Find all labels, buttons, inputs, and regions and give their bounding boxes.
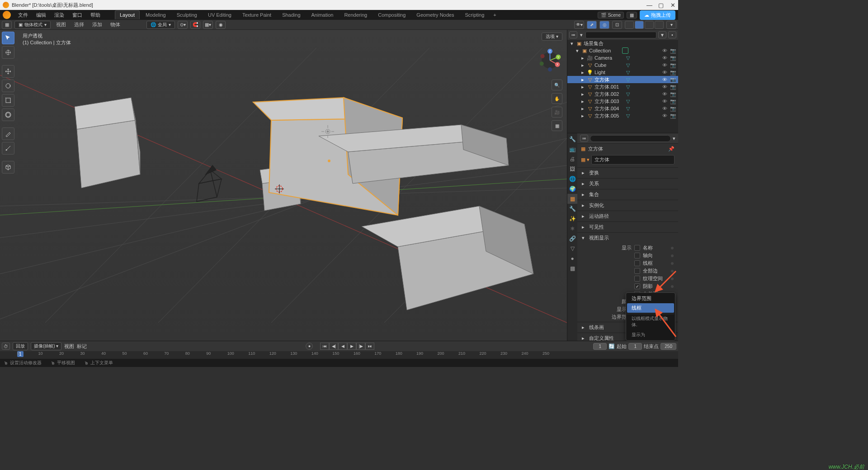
jump-prev-key[interactable]: ◀| (329, 343, 338, 350)
workspace-tab-sculpting[interactable]: Sculpting (172, 10, 202, 19)
upload-button[interactable]: ☁ 拖拽上传 (640, 10, 675, 20)
tool-measure[interactable] (2, 142, 14, 155)
overlay-toggle[interactable]: ◎ (599, 21, 609, 29)
vmenu-select[interactable]: 选择 (71, 21, 87, 28)
menu-help[interactable]: 帮助 (87, 10, 104, 20)
tool-move[interactable] (2, 65, 14, 78)
menu-render[interactable]: 渲染 (51, 10, 68, 20)
workspace-tab-shading[interactable]: Shading (277, 10, 305, 19)
ptab-world[interactable]: 🌍 (567, 184, 577, 194)
jump-next-key[interactable]: |▶ (356, 343, 365, 350)
render-icon[interactable]: 📷 (670, 62, 676, 68)
camera-icon[interactable]: 📷 (670, 48, 676, 54)
outliner-item[interactable]: ▸▽立方体.002▽👁📷 (567, 90, 678, 98)
ptab-tool[interactable]: 🔧 (567, 134, 577, 144)
eye-icon[interactable]: 👁 (662, 113, 669, 118)
gizmo-toggle[interactable]: ⬈ (587, 21, 597, 29)
eye-icon[interactable]: 👁 (662, 77, 669, 82)
shading-wireframe[interactable] (625, 21, 634, 29)
sec-collections[interactable]: ▸集合 (577, 189, 678, 200)
start-frame[interactable]: 1 (628, 343, 642, 350)
scene-dropdown[interactable]: 🎬 Scene (598, 12, 624, 19)
cb-alledges[interactable] (634, 268, 640, 274)
tool-select-box[interactable] (2, 32, 14, 44)
autokey-toggle[interactable]: ● (306, 343, 313, 350)
ptab-render[interactable]: 📺 (567, 144, 577, 154)
sec-relations[interactable]: ▸关系 (577, 179, 678, 189)
outliner-item[interactable]: ▸▽立方体▽👁📷 (567, 76, 678, 83)
sec-visibility[interactable]: ▸可见性 (577, 222, 678, 232)
sec-transform[interactable]: ▸变换 (577, 168, 678, 178)
current-frame[interactable]: 1 (593, 343, 607, 350)
eye-icon[interactable]: 👁 (662, 106, 669, 111)
outliner-collection[interactable]: Collection (589, 48, 619, 53)
sec-motion[interactable]: ▸运动路径 (577, 211, 678, 221)
workspace-tab-geonodes[interactable]: Geometry Nodes (411, 10, 459, 19)
outliner-item[interactable]: ▸💡Light▽👁📷 (567, 69, 678, 76)
render-icon[interactable]: 📷 (670, 55, 676, 61)
eye-icon[interactable]: 👁 (662, 99, 669, 104)
workspace-tab-scripting[interactable]: Scripting (460, 10, 489, 19)
outliner-filter[interactable]: ▼ (658, 31, 666, 38)
props-editor-icon[interactable]: ≔ (580, 135, 588, 142)
props-search[interactable] (590, 135, 671, 142)
outliner-item[interactable]: ▸▽立方体.004▽👁📷 (567, 105, 678, 112)
pivot-dropdown[interactable]: ⊙▾ (178, 21, 188, 29)
perspective-toggle-icon[interactable]: ▦ (552, 120, 562, 131)
eye-icon[interactable]: 👁 (662, 91, 669, 97)
timeline-mode[interactable]: 摄像(插帧) ▾ (31, 342, 61, 350)
vmenu-add[interactable]: 添加 (90, 21, 105, 28)
play-reverse[interactable]: ◀ (338, 343, 347, 350)
3d-viewport[interactable]: 用户透视 (1) Collection | 立方体 选项 ▾ X Y Z 🔍 ✋ (0, 30, 567, 341)
viewport-options[interactable]: 选项 ▾ (542, 33, 562, 41)
nav-gizmo[interactable]: X Y Z (538, 48, 562, 73)
outliner-root[interactable]: 场景集合 (584, 40, 676, 47)
render-icon[interactable]: 📷 (670, 113, 676, 119)
menu-window[interactable]: 窗口 (69, 10, 86, 20)
timeline-marker[interactable]: 标记 (77, 343, 87, 350)
timeline-track[interactable]: 1 01020304050607080901001101201301401501… (0, 351, 678, 359)
shading-rendered[interactable] (655, 21, 664, 29)
timeline-editor-icon[interactable]: ⏱ (2, 343, 10, 350)
ptab-texture[interactable]: ▩ (567, 263, 577, 273)
outliner-item[interactable]: ▸▽立方体.005▽👁📷 (567, 112, 678, 119)
shading-matpreview[interactable] (645, 21, 654, 29)
cb-shadow[interactable] (634, 283, 640, 289)
eye-icon[interactable]: 👁 (662, 62, 669, 68)
render-icon[interactable]: 📷 (670, 70, 676, 75)
ptab-data[interactable]: ▽ (567, 244, 577, 254)
close-button[interactable]: ✕ (670, 2, 675, 9)
ptab-physics[interactable]: ⚛ (567, 224, 577, 234)
snap-dropdown[interactable]: ▦▾ (203, 21, 213, 29)
cb-wire[interactable] (634, 260, 640, 266)
camera-view-icon[interactable]: 🎥 (552, 107, 562, 118)
workspace-tab-uvediting[interactable]: UV Editing (203, 10, 236, 19)
minimize-button[interactable]: — (646, 2, 652, 9)
menu-file[interactable]: 文件 (14, 10, 32, 20)
workspace-tab-compositing[interactable]: Compositing (373, 10, 410, 19)
tool-scale[interactable] (2, 94, 14, 107)
workspace-tab-texturepaint[interactable]: Texture Paint (237, 10, 276, 19)
maximize-button[interactable]: ▢ (658, 2, 664, 9)
menu-edit[interactable]: 编辑 (33, 10, 50, 20)
render-icon[interactable]: 📷 (670, 77, 676, 83)
eye-icon[interactable]: 👁 (662, 70, 669, 75)
shading-options[interactable]: ▾ (666, 21, 676, 29)
ptab-output[interactable]: 🖨 (567, 154, 577, 164)
object-name-field[interactable]: 立方体 (591, 155, 675, 164)
eye-icon[interactable]: 👁 (662, 48, 669, 53)
popup-option-wire[interactable]: 线框 (627, 303, 674, 313)
ptab-modifiers[interactable]: 🔧 (567, 204, 577, 214)
ptab-constraints[interactable]: 🔗 (567, 234, 577, 244)
shading-solid[interactable] (635, 21, 644, 29)
ptab-particles[interactable]: ✨ (567, 214, 577, 224)
timeline-playback[interactable]: 回放 (13, 342, 28, 350)
render-icon[interactable]: 📷 (670, 91, 676, 97)
ptab-viewlayer[interactable]: 🖼 (567, 164, 577, 174)
outliner-item[interactable]: ▸▽Cube▽👁📷 (567, 61, 678, 69)
outliner-tree[interactable]: ▾▣ 场景集合 ▾▣ Collection 👁 📷 ▸🎥Camera▽👁📷▸▽C… (567, 40, 678, 133)
workspace-tab-layout[interactable]: Layout (115, 10, 140, 19)
vmenu-object[interactable]: 物体 (108, 21, 123, 28)
timeline-view[interactable]: 视图 (64, 343, 74, 350)
outliner-item[interactable]: ▸▽立方体.001▽👁📷 (567, 83, 678, 90)
